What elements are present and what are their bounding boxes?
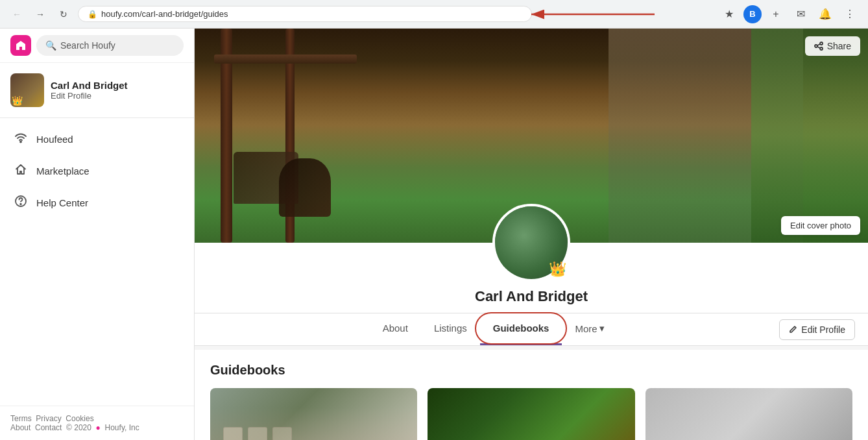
svg-point-5 — [820, 42, 823, 45]
guidebooks-section: Guidebooks — [195, 350, 868, 440]
reload-button[interactable]: ↻ — [54, 5, 73, 23]
mail-button[interactable]: ✉ — [790, 4, 811, 25]
sidebar-edit-profile[interactable]: Edit Profile — [51, 91, 184, 101]
annotation-arrow — [525, 5, 668, 24]
address-bar[interactable]: 🔒 houfy.com/carl-and-bridget/guides — [78, 6, 532, 22]
back-button[interactable]: ← — [8, 5, 26, 23]
profile-avatar-container: 👑 — [492, 204, 570, 282]
tabs-row: About Listings Guidebooks More ▾ — [195, 313, 868, 345]
browser-chrome: ← → ↻ 🔒 houfy.com/carl-and-bridget/guide… — [0, 0, 868, 29]
sidebar-avatar: 👑 — [10, 73, 44, 107]
search-icon: 🔍 — [45, 40, 56, 51]
bell-button[interactable]: 🔔 — [815, 4, 836, 25]
guidebook-card-2[interactable] — [428, 388, 634, 440]
guidebook-card-3[interactable] — [645, 388, 852, 440]
sidebar-item-houfeed[interactable]: Houfeed — [0, 123, 194, 155]
guidebooks-grid — [210, 388, 852, 440]
wifi-icon — [13, 131, 29, 147]
sidebar-user-info: Carl And Bridget Edit Profile — [51, 80, 184, 101]
svg-line-8 — [817, 44, 820, 45]
more-tab-label: More — [575, 323, 597, 334]
crown-badge: 👑 — [12, 95, 23, 106]
sidebar-footer: Terms Privacy Cookies About Contact © 20… — [0, 406, 194, 440]
search-bar[interactable]: 🔍 Search Houfy — [36, 35, 184, 56]
tabs: About Listings Guidebooks More ▾ — [208, 313, 779, 345]
menu-button[interactable]: ⋮ — [839, 4, 860, 25]
svg-point-4 — [20, 204, 21, 205]
houfy-logo[interactable] — [10, 35, 31, 56]
url-text: houfy.com/carl-and-bridget/guides — [101, 9, 522, 19]
tab-listings[interactable]: Listings — [421, 313, 480, 345]
sidebar-user-header: 👑 Carl And Bridget Edit Profile — [0, 63, 194, 118]
svg-point-7 — [820, 47, 823, 50]
sidebar-username: Carl And Bridget — [51, 80, 184, 91]
edit-cover-label: Edit cover photo — [790, 221, 851, 230]
profile-circle[interactable]: B — [743, 5, 762, 23]
sidebar-nav: Houfeed Marketplace — [0, 118, 194, 224]
tab-guidebooks[interactable]: Guidebooks — [480, 313, 562, 345]
profile-section: 👑 Carl And Bridget About Listings Guideb… — [195, 243, 868, 346]
guidebooks-tab-label: Guidebooks — [493, 323, 549, 334]
footer-cookies[interactable]: Cookies — [66, 414, 93, 423]
star-button[interactable]: ★ — [719, 4, 740, 25]
guidebook-card-1[interactable] — [210, 388, 417, 440]
sidebar: 🔍 Search Houfy 👑 Carl And Bridget Edit P… — [0, 29, 195, 440]
home-icon — [13, 163, 29, 179]
guidebooks-title: Guidebooks — [210, 363, 852, 378]
share-label: Share — [827, 41, 851, 51]
forward-button[interactable]: → — [31, 5, 49, 23]
tab-more[interactable]: More ▾ — [562, 313, 617, 345]
footer-about[interactable]: About — [10, 423, 30, 432]
app-layout: 🔍 Search Houfy 👑 Carl And Bridget Edit P… — [0, 29, 868, 440]
edit-profile-button[interactable]: Edit Profile — [779, 319, 855, 340]
sidebar-item-help[interactable]: Help Center — [0, 187, 194, 219]
profile-name: Carl And Bridget — [475, 288, 588, 305]
houfeed-label: Houfeed — [36, 134, 73, 145]
edit-profile-label: Edit Profile — [801, 324, 845, 335]
lock-icon: 🔒 — [88, 10, 97, 19]
sidebar-item-marketplace[interactable]: Marketplace — [0, 155, 194, 187]
marketplace-label: Marketplace — [36, 165, 90, 177]
profile-crown-icon: 👑 — [549, 261, 566, 278]
share-button[interactable]: Share — [805, 36, 860, 56]
footer-contact[interactable]: Contact — [35, 423, 62, 432]
svg-point-2 — [20, 141, 21, 143]
main-content: Share Edit cover photo 👑 Carl And Bridge… — [195, 29, 868, 440]
search-placeholder: Search Houfy — [60, 40, 115, 51]
browser-actions: ★ B + ✉ 🔔 ⋮ — [719, 4, 860, 25]
svg-line-9 — [817, 47, 820, 48]
chevron-down-icon: ▾ — [599, 323, 605, 334]
edit-cover-button[interactable]: Edit cover photo — [781, 216, 860, 235]
footer-terms[interactable]: Terms — [10, 414, 32, 423]
houfy-dot: ● — [96, 423, 101, 432]
question-icon — [13, 195, 29, 211]
footer-privacy[interactable]: Privacy — [36, 414, 61, 423]
footer-year: © 2020 — [66, 423, 91, 432]
plus-button[interactable]: + — [766, 4, 786, 25]
tab-about[interactable]: About — [370, 313, 421, 345]
footer-company: Houfy, Inc — [105, 423, 139, 432]
help-center-label: Help Center — [36, 197, 88, 208]
svg-point-6 — [815, 45, 817, 47]
